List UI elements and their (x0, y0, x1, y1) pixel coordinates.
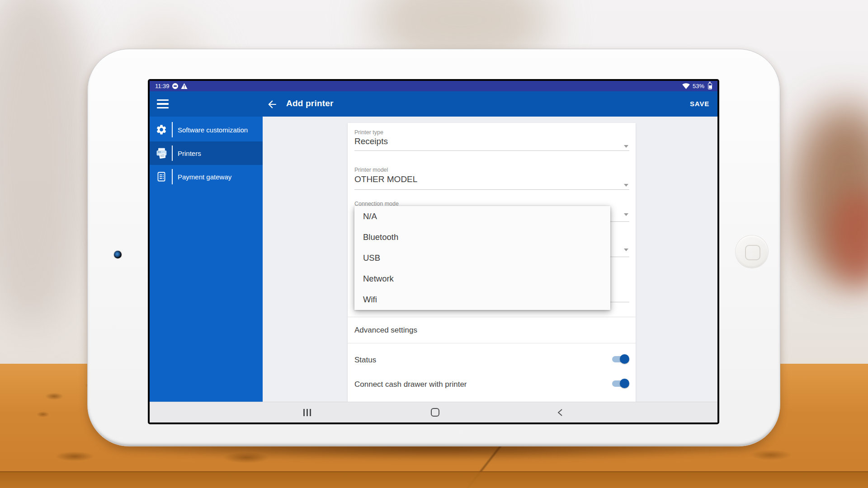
page-title: Add printer (286, 99, 334, 108)
printer-icon (155, 147, 168, 160)
field-underline (354, 150, 629, 151)
tablet-device: 11:39 (87, 49, 780, 446)
menu-button[interactable] (157, 99, 169, 108)
sidebar-item-printers[interactable]: Printers (150, 141, 263, 165)
field-value: OTHER MODEL (354, 174, 417, 184)
separator (172, 169, 173, 184)
app-display: 11:39 (150, 81, 717, 422)
divider (348, 317, 636, 317)
chevron-down-icon (624, 184, 628, 187)
app-bar: Add printer SAVE (150, 91, 717, 117)
dropdown-option-network[interactable]: Network (354, 268, 610, 289)
field-underline (354, 189, 629, 190)
screen-bezel: 11:39 (148, 79, 719, 424)
sidebar: Software customization (150, 117, 263, 402)
background-blob (0, 0, 95, 330)
chevron-down-icon (624, 249, 628, 251)
clock-label: 11:39 (155, 83, 170, 89)
dnd-icon (172, 83, 178, 89)
status-row-label: Status (354, 356, 376, 365)
hamburger-icon (157, 99, 169, 101)
android-nav-bar (150, 402, 717, 422)
dropdown-option-na[interactable]: N/A (354, 206, 610, 227)
separator (172, 145, 173, 161)
cash-drawer-toggle[interactable] (612, 379, 629, 388)
chevron-down-icon (624, 145, 628, 148)
sidebar-item-label: Printers (178, 150, 201, 157)
wifi-icon (682, 83, 690, 89)
field-label: Printer type (354, 129, 383, 136)
front-camera (114, 251, 122, 258)
advanced-settings-row[interactable]: Advanced settings (354, 326, 417, 335)
receipt-icon (155, 170, 168, 183)
scene: 11:39 (0, 0, 868, 488)
status-toggle[interactable] (612, 354, 629, 364)
dropdown-option-usb[interactable]: USB (354, 248, 610, 268)
recents-icon (303, 409, 305, 416)
sidebar-item-software-customization[interactable]: Software customization (150, 118, 263, 141)
sidebar-item-payment-gateway[interactable]: Payment gateway (150, 165, 263, 188)
home-button[interactable] (736, 235, 768, 268)
back-icon (557, 408, 564, 417)
sidebar-item-label: Payment gateway (178, 173, 231, 181)
cash-drawer-row-label: Connect cash drawer with printer (354, 380, 467, 389)
dropdown-option-bluetooth[interactable]: Bluetooth (354, 227, 610, 248)
sidebar-item-label: Software customization (178, 126, 248, 134)
connection-mode-dropdown: N/A Bluetooth USB Network Wifi (354, 206, 610, 310)
status-bar-right: 53% (682, 83, 712, 89)
dropdown-option-wifi[interactable]: Wifi (354, 289, 610, 310)
save-button[interactable]: SAVE (690, 100, 709, 108)
table-front-edge (0, 471, 868, 488)
back-button[interactable] (266, 99, 278, 110)
field-label: Printer model (354, 167, 388, 173)
back-nav-button[interactable] (557, 408, 564, 419)
separator (172, 122, 173, 137)
battery-percent-label: 53% (693, 83, 704, 89)
battery-icon (708, 83, 712, 89)
recents-button[interactable] (303, 409, 311, 416)
status-bar: 11:39 (150, 81, 717, 91)
gear-icon (155, 123, 168, 136)
status-bar-left: 11:39 (155, 83, 188, 89)
field-value: Receipts (354, 136, 388, 146)
arrow-left-icon (266, 99, 278, 110)
warning-icon (181, 83, 188, 89)
chevron-down-icon (624, 213, 628, 216)
divider (348, 343, 636, 343)
home-nav-button[interactable] (431, 408, 439, 417)
